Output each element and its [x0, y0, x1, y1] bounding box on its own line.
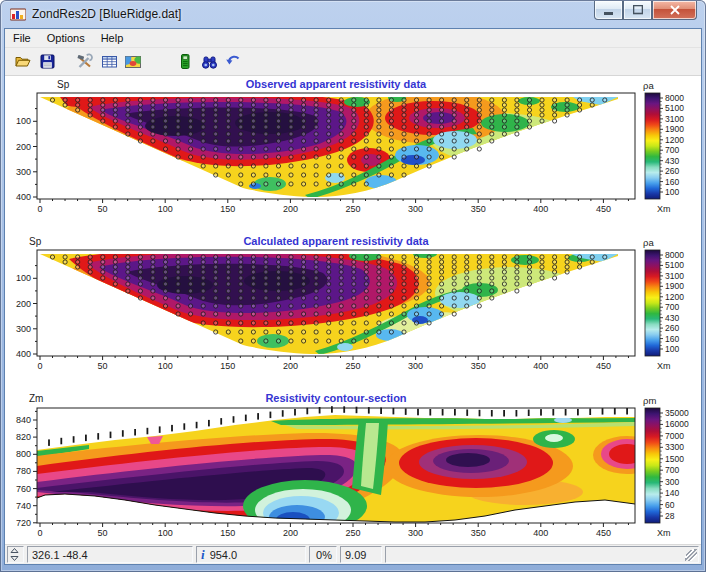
svg-text:3100: 3100 [665, 114, 684, 124]
table-icon [101, 53, 118, 70]
svg-text:3300: 3300 [665, 442, 684, 452]
x-axis-unit-label: Xm [657, 528, 671, 538]
svg-text:450: 450 [596, 528, 611, 538]
model-map-button[interactable] [121, 50, 145, 74]
chart-calculated-pseudosection[interactable]: Calculated apparent resistivity dataSp05… [5, 235, 702, 396]
toolbar [5, 48, 701, 76]
svg-text:1900: 1900 [665, 281, 684, 291]
client-area: File Options Help [4, 28, 702, 565]
save-file-button[interactable] [35, 50, 59, 74]
tools-settings-button[interactable] [73, 50, 97, 74]
svg-text:160: 160 [665, 334, 679, 344]
minimize-button[interactable] [594, 1, 623, 20]
chart-resistivity-model-section[interactable]: Resistivity contour-sectionZm05010015020… [5, 392, 702, 548]
svg-text:400: 400 [16, 192, 31, 202]
svg-text:200: 200 [283, 528, 298, 538]
menu-help[interactable]: Help [93, 30, 132, 46]
binoculars-icon [200, 54, 219, 70]
close-button[interactable] [652, 1, 697, 20]
svg-text:760: 760 [16, 484, 31, 494]
svg-text:780: 780 [16, 466, 31, 476]
svg-text:250: 250 [345, 361, 360, 371]
minimize-icon [604, 6, 614, 15]
window-title: ZondRes2D [BlueRidge.dat] [32, 7, 181, 21]
colorbar-unit-label: ρm [643, 395, 656, 406]
svg-text:250: 250 [345, 204, 360, 214]
colorbar: ρa80005100310019001200700430260160100 [643, 80, 684, 199]
svg-text:60: 60 [665, 500, 675, 510]
data-table-button[interactable] [97, 50, 121, 74]
svg-text:160: 160 [665, 177, 679, 187]
svg-text:820: 820 [16, 432, 31, 442]
charts-region: Observed apparent resistivity dataSp0501… [5, 76, 701, 544]
chart-title: Observed apparent resistivity data [246, 78, 427, 90]
status-spacer [385, 546, 699, 563]
x-axis-unit-label: Xm [657, 361, 671, 371]
svg-text:430: 430 [665, 313, 679, 323]
hammer-wrench-icon [76, 53, 94, 70]
title-bar[interactable]: ZondRes2D [BlueRidge.dat] [0, 0, 706, 28]
svg-text:200: 200 [283, 361, 298, 371]
menu-file[interactable]: File [5, 30, 39, 46]
svg-text:260: 260 [665, 166, 679, 176]
undo-button[interactable] [221, 50, 245, 74]
search-binoculars-button[interactable] [197, 50, 221, 74]
x-axis-unit-label: Xm [657, 204, 671, 214]
svg-text:740: 740 [16, 501, 31, 511]
svg-text:0: 0 [37, 528, 42, 538]
menu-bar: File Options Help [5, 29, 701, 48]
app-icon [10, 7, 26, 21]
svg-text:1200: 1200 [665, 135, 684, 145]
svg-text:700: 700 [665, 145, 679, 155]
y-axis-unit-label: Sp [57, 79, 70, 90]
svg-text:300: 300 [408, 528, 423, 538]
svg-text:8000: 8000 [665, 93, 684, 103]
colorbar: ρa80005100310019001200700430260160100 [643, 237, 684, 356]
svg-text:8000: 8000 [665, 250, 684, 260]
status-info-value: 954.0 [210, 549, 238, 561]
svg-text:200: 200 [16, 299, 31, 309]
info-icon: i [201, 547, 205, 563]
status-mode-cell [7, 546, 24, 563]
svg-text:100: 100 [665, 187, 679, 197]
maximize-icon [633, 5, 643, 15]
maximize-button[interactable] [623, 1, 652, 20]
svg-text:400: 400 [533, 204, 548, 214]
floppy-disk-icon [39, 53, 56, 70]
resize-grip[interactable] [685, 549, 698, 562]
up-down-arrow-icon [10, 548, 19, 561]
svg-text:400: 400 [533, 528, 548, 538]
svg-text:0: 0 [37, 361, 42, 371]
svg-text:3100: 3100 [665, 271, 684, 281]
svg-text:140: 140 [665, 488, 679, 498]
menu-options[interactable]: Options [39, 30, 93, 46]
colorbar-unit-label: ρa [643, 237, 654, 248]
svg-text:300: 300 [408, 204, 423, 214]
svg-text:150: 150 [220, 361, 235, 371]
svg-text:100: 100 [158, 528, 173, 538]
svg-text:50: 50 [98, 361, 108, 371]
svg-text:350: 350 [471, 361, 486, 371]
svg-text:800: 800 [16, 449, 31, 459]
close-icon [670, 5, 680, 15]
open-folder-icon [14, 53, 32, 70]
status-bar: 326.1 -48.4 i 954.0 0% 9.09 [5, 544, 701, 564]
svg-text:720: 720 [16, 518, 31, 528]
svg-text:200: 200 [16, 142, 31, 152]
green-device-icon [178, 53, 192, 70]
svg-text:100: 100 [665, 344, 679, 354]
device-battery-button[interactable] [173, 50, 197, 74]
svg-text:300: 300 [665, 477, 679, 487]
svg-text:50: 50 [98, 204, 108, 214]
chart-observed-pseudosection[interactable]: Observed apparent resistivity dataSp0501… [5, 78, 702, 239]
svg-text:840: 840 [16, 415, 31, 425]
svg-text:7000: 7000 [665, 431, 684, 441]
svg-text:35000: 35000 [665, 408, 689, 418]
app-window: ZondRes2D [BlueRidge.dat] File Options H… [0, 0, 706, 572]
svg-text:450: 450 [596, 361, 611, 371]
svg-text:1200: 1200 [665, 292, 684, 302]
svg-text:100: 100 [16, 273, 31, 283]
open-file-button[interactable] [11, 50, 35, 74]
svg-text:50: 50 [98, 528, 108, 538]
svg-text:400: 400 [533, 361, 548, 371]
